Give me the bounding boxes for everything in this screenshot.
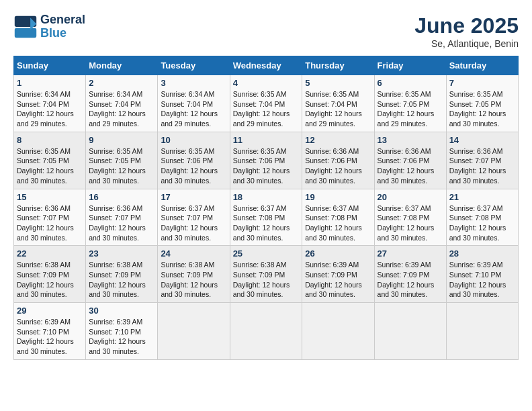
day-number: 9 [89, 135, 154, 145]
day-info: Sunrise: 6:39 AMSunset: 7:09 PMDaylight:… [305, 260, 371, 300]
day-number: 16 [89, 192, 154, 202]
day-info: Sunrise: 6:36 AMSunset: 7:06 PMDaylight:… [378, 146, 443, 186]
calendar-cell: 30Sunrise: 6:39 AMSunset: 7:10 PMDayligh… [86, 303, 158, 360]
location: Se, Atlantique, Benin [414, 38, 519, 49]
day-info: Sunrise: 6:35 AMSunset: 7:05 PMDaylight:… [89, 146, 154, 186]
day-number: 7 [449, 78, 515, 88]
calendar-cell: 24Sunrise: 6:38 AMSunset: 7:09 PMDayligh… [158, 246, 230, 303]
calendar-cell [302, 303, 374, 360]
day-number: 28 [449, 248, 515, 259]
day-number: 26 [305, 248, 371, 259]
calendar-cell: 10Sunrise: 6:35 AMSunset: 7:06 PMDayligh… [158, 132, 230, 189]
calendar-cell: 18Sunrise: 6:37 AMSunset: 7:08 PMDayligh… [230, 189, 302, 246]
day-info: Sunrise: 6:34 AMSunset: 7:04 PMDaylight:… [89, 89, 154, 129]
page-header: General Blue June 2025 Se, Atlantique, B… [13, 13, 519, 49]
day-info: Sunrise: 6:38 AMSunset: 7:09 PMDaylight:… [17, 260, 83, 300]
calendar-cell: 22Sunrise: 6:38 AMSunset: 7:09 PMDayligh… [14, 246, 86, 303]
day-number: 11 [233, 135, 300, 145]
day-number: 8 [17, 135, 83, 145]
day-info: Sunrise: 6:35 AMSunset: 7:04 PMDaylight:… [233, 89, 300, 129]
day-number: 20 [378, 192, 443, 202]
day-info: Sunrise: 6:37 AMSunset: 7:08 PMDaylight:… [233, 203, 300, 243]
calendar-cell [374, 303, 446, 360]
day-number: 3 [161, 78, 226, 88]
day-info: Sunrise: 6:35 AMSunset: 7:05 PMDaylight:… [449, 89, 515, 129]
col-tuesday: Tuesday [158, 56, 230, 75]
day-number: 10 [161, 135, 226, 145]
calendar-cell [446, 303, 518, 360]
day-number: 5 [305, 78, 371, 88]
calendar-cell: 3Sunrise: 6:34 AMSunset: 7:04 PMDaylight… [158, 75, 230, 132]
calendar-table: Sunday Monday Tuesday Wednesday Thursday… [13, 56, 519, 360]
calendar-cell: 2Sunrise: 6:34 AMSunset: 7:04 PMDaylight… [86, 75, 158, 132]
calendar-week-3: 15Sunrise: 6:36 AMSunset: 7:07 PMDayligh… [14, 189, 519, 246]
calendar-cell: 20Sunrise: 6:37 AMSunset: 7:08 PMDayligh… [374, 189, 446, 246]
day-info: Sunrise: 6:38 AMSunset: 7:09 PMDaylight:… [233, 260, 300, 300]
day-info: Sunrise: 6:34 AMSunset: 7:04 PMDaylight:… [161, 89, 226, 129]
calendar-cell: 26Sunrise: 6:39 AMSunset: 7:09 PMDayligh… [302, 246, 374, 303]
calendar-cell: 6Sunrise: 6:35 AMSunset: 7:05 PMDaylight… [374, 75, 446, 132]
day-info: Sunrise: 6:38 AMSunset: 7:09 PMDaylight:… [89, 260, 154, 300]
day-number: 4 [233, 78, 300, 88]
day-info: Sunrise: 6:34 AMSunset: 7:04 PMDaylight:… [17, 89, 83, 129]
calendar-cell: 28Sunrise: 6:39 AMSunset: 7:10 PMDayligh… [446, 246, 518, 303]
day-number: 21 [449, 192, 515, 202]
logo-text: General Blue [40, 13, 85, 40]
day-info: Sunrise: 6:36 AMSunset: 7:06 PMDaylight:… [305, 146, 371, 186]
col-sunday: Sunday [14, 56, 86, 75]
day-info: Sunrise: 6:37 AMSunset: 7:08 PMDaylight:… [378, 203, 443, 243]
day-info: Sunrise: 6:36 AMSunset: 7:07 PMDaylight:… [449, 146, 515, 186]
svg-rect-2 [15, 28, 36, 38]
calendar-week-1: 1Sunrise: 6:34 AMSunset: 7:04 PMDaylight… [14, 75, 519, 132]
calendar-cell: 27Sunrise: 6:39 AMSunset: 7:09 PMDayligh… [374, 246, 446, 303]
day-info: Sunrise: 6:39 AMSunset: 7:10 PMDaylight:… [449, 260, 515, 300]
logo: General Blue [13, 13, 85, 40]
day-info: Sunrise: 6:37 AMSunset: 7:07 PMDaylight:… [161, 203, 226, 243]
calendar-week-2: 8Sunrise: 6:35 AMSunset: 7:05 PMDaylight… [14, 132, 519, 189]
logo-icon [13, 15, 38, 39]
calendar-cell: 21Sunrise: 6:37 AMSunset: 7:08 PMDayligh… [446, 189, 518, 246]
calendar-cell: 19Sunrise: 6:37 AMSunset: 7:08 PMDayligh… [302, 189, 374, 246]
calendar-cell: 16Sunrise: 6:36 AMSunset: 7:07 PMDayligh… [86, 189, 158, 246]
month-title: June 2025 [414, 13, 519, 38]
col-thursday: Thursday [302, 56, 374, 75]
day-info: Sunrise: 6:39 AMSunset: 7:10 PMDaylight:… [17, 317, 83, 357]
day-number: 1 [17, 78, 83, 88]
calendar-cell: 13Sunrise: 6:36 AMSunset: 7:06 PMDayligh… [374, 132, 446, 189]
day-info: Sunrise: 6:39 AMSunset: 7:09 PMDaylight:… [378, 260, 443, 300]
day-info: Sunrise: 6:35 AMSunset: 7:05 PMDaylight:… [378, 89, 443, 129]
calendar-cell [158, 303, 230, 360]
calendar-cell: 15Sunrise: 6:36 AMSunset: 7:07 PMDayligh… [14, 189, 86, 246]
calendar-cell: 29Sunrise: 6:39 AMSunset: 7:10 PMDayligh… [14, 303, 86, 360]
day-info: Sunrise: 6:37 AMSunset: 7:08 PMDaylight:… [449, 203, 515, 243]
col-monday: Monday [86, 56, 158, 75]
calendar-cell: 5Sunrise: 6:35 AMSunset: 7:04 PMDaylight… [302, 75, 374, 132]
day-info: Sunrise: 6:35 AMSunset: 7:04 PMDaylight:… [305, 89, 371, 129]
day-info: Sunrise: 6:37 AMSunset: 7:08 PMDaylight:… [305, 203, 371, 243]
calendar-cell: 9Sunrise: 6:35 AMSunset: 7:05 PMDaylight… [86, 132, 158, 189]
day-number: 24 [161, 248, 226, 259]
calendar-cell: 1Sunrise: 6:34 AMSunset: 7:04 PMDaylight… [14, 75, 86, 132]
day-info: Sunrise: 6:39 AMSunset: 7:10 PMDaylight:… [89, 317, 154, 357]
calendar-week-4: 22Sunrise: 6:38 AMSunset: 7:09 PMDayligh… [14, 246, 519, 303]
day-number: 27 [378, 248, 443, 259]
header-row: Sunday Monday Tuesday Wednesday Thursday… [14, 56, 519, 75]
day-number: 30 [89, 306, 154, 316]
calendar-cell: 14Sunrise: 6:36 AMSunset: 7:07 PMDayligh… [446, 132, 518, 189]
day-number: 17 [161, 192, 226, 202]
calendar-cell [230, 303, 302, 360]
calendar-cell: 23Sunrise: 6:38 AMSunset: 7:09 PMDayligh… [86, 246, 158, 303]
calendar-cell: 25Sunrise: 6:38 AMSunset: 7:09 PMDayligh… [230, 246, 302, 303]
day-info: Sunrise: 6:35 AMSunset: 7:05 PMDaylight:… [17, 146, 83, 186]
day-info: Sunrise: 6:35 AMSunset: 7:06 PMDaylight:… [161, 146, 226, 186]
day-number: 2 [89, 78, 154, 88]
day-number: 19 [305, 192, 371, 202]
calendar-cell: 12Sunrise: 6:36 AMSunset: 7:06 PMDayligh… [302, 132, 374, 189]
day-number: 13 [378, 135, 443, 145]
day-number: 23 [89, 248, 154, 259]
col-wednesday: Wednesday [230, 56, 302, 75]
calendar-cell: 4Sunrise: 6:35 AMSunset: 7:04 PMDaylight… [230, 75, 302, 132]
day-info: Sunrise: 6:35 AMSunset: 7:06 PMDaylight:… [233, 146, 300, 186]
calendar-cell: 7Sunrise: 6:35 AMSunset: 7:05 PMDaylight… [446, 75, 518, 132]
day-number: 6 [378, 78, 443, 88]
